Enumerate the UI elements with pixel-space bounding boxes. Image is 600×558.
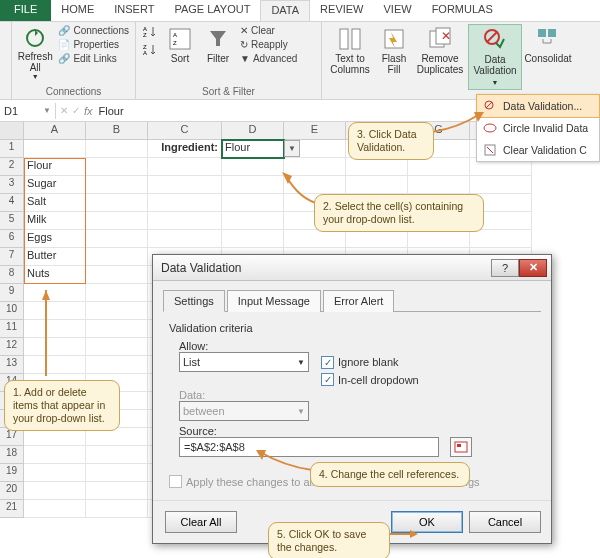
cell-G2[interactable]: [408, 158, 470, 176]
cell-F3[interactable]: [346, 176, 408, 194]
remove-duplicates-button[interactable]: ✕ Remove Duplicates: [414, 24, 466, 90]
cell-B11[interactable]: [86, 320, 148, 338]
cell-D1[interactable]: Flour▼: [222, 140, 284, 158]
col-D[interactable]: D: [222, 122, 284, 139]
cell-G6[interactable]: [408, 230, 470, 248]
col-E[interactable]: E: [284, 122, 346, 139]
file-tab[interactable]: FILE: [0, 0, 51, 21]
row-20[interactable]: 20: [0, 482, 24, 500]
row-4[interactable]: 4: [0, 194, 24, 212]
cancel-button[interactable]: Cancel: [469, 511, 541, 533]
cell-A8[interactable]: Nuts: [24, 266, 86, 284]
cell-B9[interactable]: [86, 284, 148, 302]
row-13[interactable]: 13: [0, 356, 24, 374]
advanced-button[interactable]: ▼Advanced: [238, 52, 299, 65]
cell-C2[interactable]: [148, 158, 222, 176]
cell-H3[interactable]: [470, 176, 532, 194]
cell-D3[interactable]: [222, 176, 284, 194]
connections-button[interactable]: 🔗Connections: [56, 24, 131, 37]
dialog-help-button[interactable]: ?: [491, 259, 519, 277]
row-3[interactable]: 3: [0, 176, 24, 194]
cell-B4[interactable]: [86, 194, 148, 212]
col-A[interactable]: A: [24, 122, 86, 139]
cell-E6[interactable]: [284, 230, 346, 248]
cell-A2[interactable]: Flour: [24, 158, 86, 176]
cell-G3[interactable]: [408, 176, 470, 194]
ignore-blank-checkbox[interactable]: ✓Ignore blank: [321, 356, 399, 369]
cell-B1[interactable]: [86, 140, 148, 158]
sort-az-button[interactable]: AZ: [140, 24, 160, 40]
filter-button[interactable]: Filter: [200, 24, 236, 66]
cell-A19[interactable]: [24, 464, 86, 482]
cell-B10[interactable]: [86, 302, 148, 320]
sort-button[interactable]: AZ Sort: [162, 24, 198, 66]
row-6[interactable]: 6: [0, 230, 24, 248]
cell-F2[interactable]: [346, 158, 408, 176]
row-8[interactable]: 8: [0, 266, 24, 284]
row-18[interactable]: 18: [0, 446, 24, 464]
incell-dropdown-checkbox[interactable]: ✓In-cell dropdown: [321, 373, 419, 386]
cell-B6[interactable]: [86, 230, 148, 248]
clear-filter-button[interactable]: ✕Clear: [238, 24, 299, 37]
cell-C6[interactable]: [148, 230, 222, 248]
cell-B12[interactable]: [86, 338, 148, 356]
reapply-button[interactable]: ↻Reapply: [238, 38, 299, 51]
edit-links-button[interactable]: 🔗Edit Links: [56, 52, 131, 65]
row-2[interactable]: 2: [0, 158, 24, 176]
consolidate-button[interactable]: Consolidat: [524, 24, 572, 90]
cell-A18[interactable]: [24, 446, 86, 464]
cell-A20[interactable]: [24, 482, 86, 500]
cell-D2[interactable]: [222, 158, 284, 176]
fx-icon[interactable]: fx: [84, 105, 93, 117]
cell-D6[interactable]: [222, 230, 284, 248]
row-9[interactable]: 9: [0, 284, 24, 302]
row-5[interactable]: 5: [0, 212, 24, 230]
allow-select[interactable]: List▼: [179, 352, 309, 372]
row-12[interactable]: 12: [0, 338, 24, 356]
cell-D4[interactable]: [222, 194, 284, 212]
cell-C5[interactable]: [148, 212, 222, 230]
text-to-columns-button[interactable]: Text to Columns: [326, 24, 374, 90]
select-all-corner[interactable]: [0, 122, 24, 139]
cell-A21[interactable]: [24, 500, 86, 518]
col-B[interactable]: B: [86, 122, 148, 139]
cell-A3[interactable]: Sugar: [24, 176, 86, 194]
cell-B5[interactable]: [86, 212, 148, 230]
row-11[interactable]: 11: [0, 320, 24, 338]
tab-data[interactable]: DATA: [260, 0, 310, 21]
tab-formulas[interactable]: FORMULAS: [422, 0, 503, 21]
tab-page-layout[interactable]: PAGE LAYOUT: [164, 0, 260, 21]
tab-insert[interactable]: INSERT: [104, 0, 164, 21]
cell-A1[interactable]: [24, 140, 86, 158]
cell-F6[interactable]: [346, 230, 408, 248]
row-21[interactable]: 21: [0, 500, 24, 518]
menu-clear-validation[interactable]: Clear Validation C: [477, 139, 599, 161]
name-box[interactable]: D1▼: [0, 103, 56, 119]
dialog-titlebar[interactable]: Data Validation ? ✕: [153, 255, 551, 281]
cell-B2[interactable]: [86, 158, 148, 176]
menu-circle-invalid[interactable]: Circle Invalid Data: [477, 117, 599, 139]
row-1[interactable]: 1: [0, 140, 24, 158]
col-C[interactable]: C: [148, 122, 222, 139]
sort-za-button[interactable]: ZA: [140, 42, 160, 58]
dialog-tab-input-message[interactable]: Input Message: [227, 290, 321, 312]
tab-view[interactable]: VIEW: [374, 0, 422, 21]
cell-C4[interactable]: [148, 194, 222, 212]
data-validation-button[interactable]: Data Validation ▼: [468, 24, 522, 90]
refresh-all-button[interactable]: Refresh All ▼: [16, 24, 54, 82]
menu-data-validation[interactable]: Data Validation...: [476, 94, 600, 118]
dialog-tab-settings[interactable]: Settings: [163, 290, 225, 312]
cell-A4[interactable]: Salt: [24, 194, 86, 212]
cell-B19[interactable]: [86, 464, 148, 482]
properties-button[interactable]: 📄Properties: [56, 38, 131, 51]
cell-B13[interactable]: [86, 356, 148, 374]
cell-H6[interactable]: [470, 230, 532, 248]
clear-all-button[interactable]: Clear All: [165, 511, 237, 533]
cell-C1[interactable]: Ingredient:: [148, 140, 222, 158]
cell-A5[interactable]: Milk: [24, 212, 86, 230]
tab-home[interactable]: HOME: [51, 0, 104, 21]
row-7[interactable]: 7: [0, 248, 24, 266]
row-10[interactable]: 10: [0, 302, 24, 320]
cell-B21[interactable]: [86, 500, 148, 518]
cell-D5[interactable]: [222, 212, 284, 230]
